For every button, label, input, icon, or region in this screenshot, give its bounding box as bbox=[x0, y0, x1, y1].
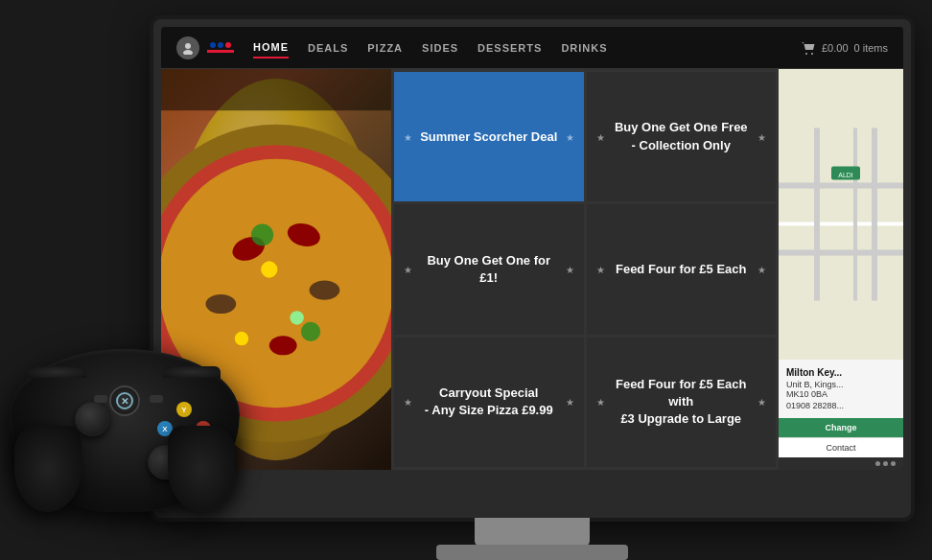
svg-point-14 bbox=[269, 336, 297, 355]
nav-desserts[interactable]: DESSERTS bbox=[478, 38, 542, 58]
star-left-6: ★ bbox=[596, 397, 605, 408]
dots-row bbox=[779, 457, 903, 470]
svg-point-3 bbox=[811, 53, 813, 55]
svg-point-16 bbox=[301, 322, 320, 341]
star-right-1: ★ bbox=[566, 131, 574, 142]
svg-point-1 bbox=[183, 50, 193, 55]
deal-text-5: Carryout Special- Any Size Pizza £9.99 bbox=[425, 385, 553, 419]
main-content: ★ Summer Scorcher Deal ★ ★ Buy One Get O… bbox=[161, 69, 903, 470]
cart-area[interactable]: £0.00 0 items bbox=[801, 41, 888, 55]
svg-rect-18 bbox=[779, 128, 903, 301]
xbox-button[interactable]: ✕ bbox=[109, 385, 140, 416]
deal-text-3: Buy One Get One for £1! bbox=[417, 252, 561, 287]
tv-screen: HOME DEALS PIZZA SIDES DESSERTS DRINKS bbox=[161, 27, 903, 470]
button-y[interactable]: Y bbox=[176, 402, 192, 417]
nav-deals[interactable]: DEALS bbox=[308, 38, 348, 58]
deal-card-6[interactable]: ★ Feed Four for £5 Each with£3 Upgrade t… bbox=[587, 338, 777, 467]
star-right-2: ★ bbox=[757, 131, 766, 142]
svg-text:ALDI: ALDI bbox=[838, 172, 853, 178]
nav-sides[interactable]: SIDES bbox=[422, 38, 458, 58]
svg-point-2 bbox=[805, 53, 807, 55]
deal-card-3[interactable]: ★ Buy One Get One for £1! ★ bbox=[394, 204, 584, 334]
svg-point-12 bbox=[290, 311, 303, 324]
dot-1 bbox=[875, 461, 880, 466]
svg-point-9 bbox=[205, 294, 236, 314]
svg-point-11 bbox=[261, 261, 277, 277]
change-button[interactable]: Change bbox=[779, 418, 903, 437]
deal-text-4: Feed Four for £5 Each bbox=[616, 261, 747, 278]
joystick-left[interactable] bbox=[75, 402, 109, 436]
right-panel: ALDI Milton Key... Unit B, Kings...MK10 … bbox=[779, 69, 903, 470]
nav-drinks[interactable]: DRINKS bbox=[561, 38, 607, 58]
dot-3 bbox=[891, 461, 896, 466]
deal-card-4[interactable]: ★ Feed Four for £5 Each ★ bbox=[587, 204, 777, 334]
deal-text-2: Buy One Get One Free- Collection Only bbox=[615, 119, 748, 153]
user-icon[interactable] bbox=[176, 36, 199, 59]
store-address: Unit B, Kings...MK10 0BA bbox=[786, 380, 896, 399]
star-right-3: ★ bbox=[566, 264, 574, 274]
grip-left bbox=[14, 426, 82, 512]
star-left-5: ★ bbox=[404, 397, 412, 408]
start-button[interactable] bbox=[150, 395, 163, 403]
nav-home[interactable]: HOME bbox=[253, 37, 289, 58]
nav: HOME DEALS PIZZA SIDES DESSERTS DRINKS bbox=[253, 37, 789, 58]
star-left-4: ★ bbox=[596, 264, 605, 274]
grip-right bbox=[168, 426, 235, 512]
tv-stand bbox=[475, 518, 590, 547]
store-name: Milton Key... bbox=[786, 367, 896, 378]
svg-point-15 bbox=[251, 223, 273, 245]
deal-card-1[interactable]: ★ Summer Scorcher Deal ★ bbox=[394, 72, 584, 201]
map-area: ALDI bbox=[779, 69, 903, 360]
logo-bar bbox=[207, 50, 234, 53]
store-phone: 01908 28288... bbox=[786, 401, 896, 410]
deal-card-5[interactable]: ★ Carryout Special- Any Size Pizza £9.99… bbox=[394, 338, 584, 467]
header: HOME DEALS PIZZA SIDES DESSERTS DRINKS bbox=[161, 27, 903, 69]
svg-point-0 bbox=[185, 43, 191, 49]
star-left-2: ★ bbox=[596, 131, 605, 142]
back-button[interactable] bbox=[94, 395, 107, 403]
bumper-right bbox=[163, 366, 221, 378]
logo-dot-2 bbox=[218, 42, 223, 48]
scene: HOME DEALS PIZZA SIDES DESSERTS DRINKS bbox=[0, 0, 932, 560]
tv-stand-base bbox=[436, 545, 628, 560]
star-right-4: ★ bbox=[757, 264, 766, 274]
star-left-3: ★ bbox=[404, 264, 412, 274]
cart-price: £0.00 bbox=[822, 42, 849, 54]
star-right-5: ★ bbox=[566, 397, 574, 408]
xbox-controller: ✕ A B X Y bbox=[0, 330, 268, 541]
star-right-6: ★ bbox=[757, 397, 766, 408]
svg-point-10 bbox=[310, 281, 340, 300]
logo-dot-3 bbox=[225, 42, 231, 48]
contact-link[interactable]: Contact bbox=[779, 437, 903, 457]
cart-items: 0 items bbox=[854, 42, 888, 54]
star-left-1: ★ bbox=[404, 131, 412, 142]
logo-dot-1 bbox=[210, 42, 216, 48]
app: HOME DEALS PIZZA SIDES DESSERTS DRINKS bbox=[161, 27, 903, 470]
controller-body: ✕ A B X Y bbox=[10, 349, 240, 512]
bumper-left bbox=[29, 366, 86, 378]
store-info: Milton Key... Unit B, Kings...MK10 0BA 0… bbox=[779, 360, 903, 418]
deal-text-1: Summer Scorcher Deal bbox=[420, 128, 557, 146]
dominos-logo bbox=[207, 42, 234, 53]
logo-area bbox=[176, 36, 234, 59]
nav-pizza[interactable]: PIZZA bbox=[367, 38, 403, 58]
svg-rect-17 bbox=[161, 69, 391, 110]
deal-text-6: Feed Four for £5 Each with£3 Upgrade to … bbox=[610, 376, 754, 429]
cart-icon bbox=[801, 41, 816, 55]
deal-card-2[interactable]: ★ Buy One Get One Free- Collection Only … bbox=[587, 72, 777, 201]
xbox-x-logo: ✕ bbox=[116, 392, 133, 409]
deals-grid: ★ Summer Scorcher Deal ★ ★ Buy One Get O… bbox=[391, 69, 779, 470]
dot-2 bbox=[883, 461, 888, 466]
